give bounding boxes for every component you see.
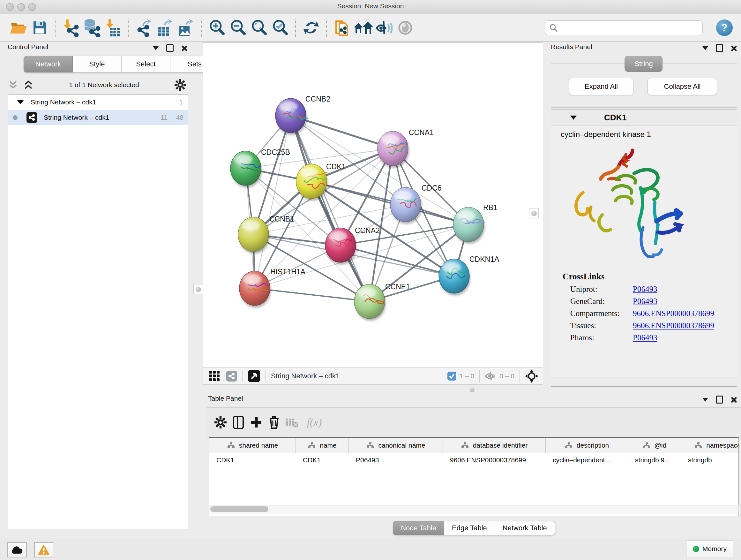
- edge-b2-h1[interactable]: [255, 116, 291, 288]
- table-cell[interactable]: P06493: [349, 453, 443, 467]
- warnings-button[interactable]: [34, 542, 53, 557]
- column-header-namespace[interactable]: namespace: [681, 438, 739, 453]
- collapse-all-icon[interactable]: [8, 80, 18, 90]
- node-CDKN1A[interactable]: CDKN1A: [439, 255, 499, 296]
- table-cell[interactable]: CDK1: [209, 453, 296, 467]
- panel-menu-icon[interactable]: [702, 46, 708, 50]
- column-header-database-identifier[interactable]: database identifier: [443, 438, 546, 453]
- section-expander-icon[interactable]: [570, 116, 577, 120]
- panel-float-icon[interactable]: [716, 44, 723, 52]
- crosslink-link[interactable]: 9606.ENSP00000378699: [633, 321, 714, 330]
- import-table-file-button[interactable]: [103, 17, 124, 38]
- protein-section-header[interactable]: CDK1: [551, 110, 737, 125]
- export-network-button[interactable]: [133, 17, 154, 38]
- tab-network[interactable]: Network: [23, 56, 73, 72]
- help-button[interactable]: ?: [716, 19, 733, 36]
- network-canvas[interactable]: CCNB2CCNA1CDC25BCDK1CDC6RB1CCNB1CCNA2CDK…: [203, 43, 543, 367]
- string-view-icon[interactable]: [226, 371, 237, 381]
- copy-style-button[interactable]: [332, 17, 353, 38]
- panel-menu-icon[interactable]: [702, 398, 708, 401]
- crosslink-link[interactable]: P06493: [633, 285, 657, 294]
- node-CDC6[interactable]: CDC6: [390, 184, 442, 224]
- tab-select[interactable]: Select: [122, 56, 171, 72]
- horizontal-splitter-handle[interactable]: [470, 388, 475, 392]
- table-cell[interactable]: stringdb: [681, 453, 739, 467]
- edge-h1-e1[interactable]: [255, 288, 369, 301]
- detach-view-icon[interactable]: [248, 370, 260, 382]
- table-cell[interactable]: 9606.ENSP00000378699: [443, 453, 546, 467]
- import-network-database-button[interactable]: [81, 17, 103, 38]
- birds-eye-crosshair-icon[interactable]: [525, 369, 538, 383]
- collection-expander-icon[interactable]: [17, 100, 23, 105]
- panel-close-icon[interactable]: [181, 45, 188, 51]
- grid-mode-icon[interactable]: [208, 370, 220, 382]
- open-session-button[interactable]: [8, 17, 29, 38]
- tab-network-table[interactable]: Network Table: [495, 521, 555, 535]
- panel-close-icon[interactable]: [731, 396, 737, 403]
- column-header-name[interactable]: name: [296, 438, 349, 453]
- hidden-eye-slash-icon[interactable]: [485, 371, 496, 381]
- column-header-description[interactable]: description: [546, 438, 628, 453]
- delete-column-button[interactable]: [265, 414, 283, 431]
- table-cell[interactable]: CDK1: [296, 453, 349, 467]
- search-box[interactable]: [545, 20, 703, 35]
- left-splitter-handle[interactable]: [193, 284, 203, 294]
- apply-layout-button[interactable]: [300, 17, 322, 38]
- tab-style[interactable]: Style: [73, 56, 122, 72]
- right-splitter-handle[interactable]: [529, 208, 539, 219]
- expand-all-icon[interactable]: [23, 80, 34, 90]
- table-cell[interactable]: cyclin–dependent ...: [546, 453, 628, 467]
- zoom-out-icon: [229, 19, 247, 37]
- table-settings-button[interactable]: [212, 414, 229, 431]
- lens-button[interactable]: [395, 17, 416, 38]
- node-CCNE1[interactable]: CCNE1: [354, 283, 410, 321]
- memory-button[interactable]: Memory: [686, 541, 733, 557]
- tab-edge-table[interactable]: Edge Table: [444, 521, 495, 535]
- column-header-shared-name[interactable]: shared name: [209, 438, 296, 453]
- horizontal-scrollbar[interactable]: [209, 505, 739, 514]
- column-header-canonical-name[interactable]: canonical name: [349, 438, 443, 453]
- node-HIST1H1A[interactable]: HIST1H1A: [239, 267, 306, 308]
- save-session-button[interactable]: [29, 17, 51, 38]
- node-CCNB2[interactable]: CCNB2: [275, 95, 330, 135]
- table-cell[interactable]: stringdb:9...: [628, 453, 681, 467]
- panel-float-icon[interactable]: [166, 44, 174, 52]
- crosslink-link[interactable]: 9606.ENSP00000378699: [633, 309, 714, 318]
- homes-button[interactable]: [353, 17, 374, 38]
- tab-node-table[interactable]: Node Table: [393, 521, 444, 535]
- panel-menu-icon[interactable]: [153, 46, 158, 50]
- column-header--id[interactable]: @id: [628, 438, 681, 453]
- scrollbar-thumb[interactable]: [210, 506, 268, 512]
- show-columns-button[interactable]: [229, 414, 247, 431]
- export-table-button[interactable]: [154, 17, 176, 38]
- import-network-file-button[interactable]: [60, 17, 81, 38]
- node-CCNB1[interactable]: CCNB1: [238, 215, 294, 254]
- panel-float-icon[interactable]: [716, 395, 723, 403]
- node-CDC25B[interactable]: CDC25B: [230, 148, 290, 188]
- expand-all-button[interactable]: Expand All: [569, 78, 633, 95]
- zoom-selected-button[interactable]: [270, 17, 291, 38]
- export-image-button[interactable]: [176, 17, 197, 38]
- panel-close-icon[interactable]: [731, 45, 737, 51]
- network-row-selected[interactable]: String Network – cdk1 11 48: [8, 110, 188, 125]
- gear-icon[interactable]: [174, 79, 186, 91]
- add-column-button[interactable]: [247, 414, 265, 431]
- network-collection-row[interactable]: String Network – cdk1 1: [8, 95, 188, 110]
- tab-string[interactable]: String: [624, 56, 663, 72]
- crosslink-link[interactable]: P06493: [633, 297, 657, 306]
- cloud-button[interactable]: [7, 542, 27, 557]
- hide-details-button[interactable]: [374, 17, 395, 38]
- zoom-in-button[interactable]: [206, 17, 227, 38]
- node-RB1[interactable]: RB1: [453, 203, 497, 244]
- search-input[interactable]: [561, 23, 698, 32]
- collapse-all-button[interactable]: Collapse All: [648, 78, 717, 95]
- selected-checkbox-icon[interactable]: [448, 372, 456, 381]
- network-graph[interactable]: CCNB2CCNA1CDC25BCDK1CDC6RB1CCNB1CCNA2CDK…: [203, 43, 543, 367]
- crosslink-link[interactable]: P06493: [633, 333, 657, 342]
- crosslink-row: Pharos:P06493: [570, 333, 737, 342]
- edge-k1-rb[interactable]: [312, 181, 468, 225]
- table-row[interactable]: CDK1CDK1P064939606.ENSP00000378699cyclin…: [209, 453, 738, 467]
- zoom-fit-button[interactable]: [249, 17, 270, 38]
- table-panel: Table Panel: [207, 393, 741, 541]
- zoom-out-button[interactable]: [227, 17, 249, 38]
